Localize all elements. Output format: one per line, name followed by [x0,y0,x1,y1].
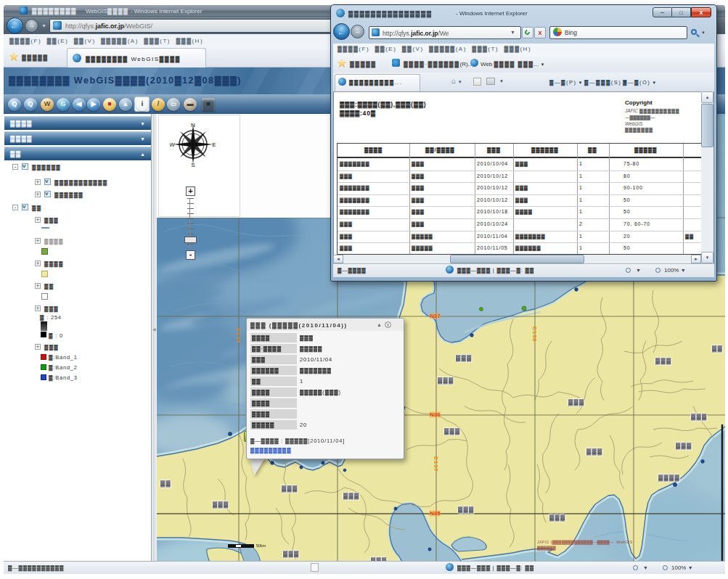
svg-text:N: N [191,122,195,128]
svg-text:S: S [191,162,195,168]
svg-text:E: E [212,141,216,148]
svg-text:W: W [170,141,175,148]
